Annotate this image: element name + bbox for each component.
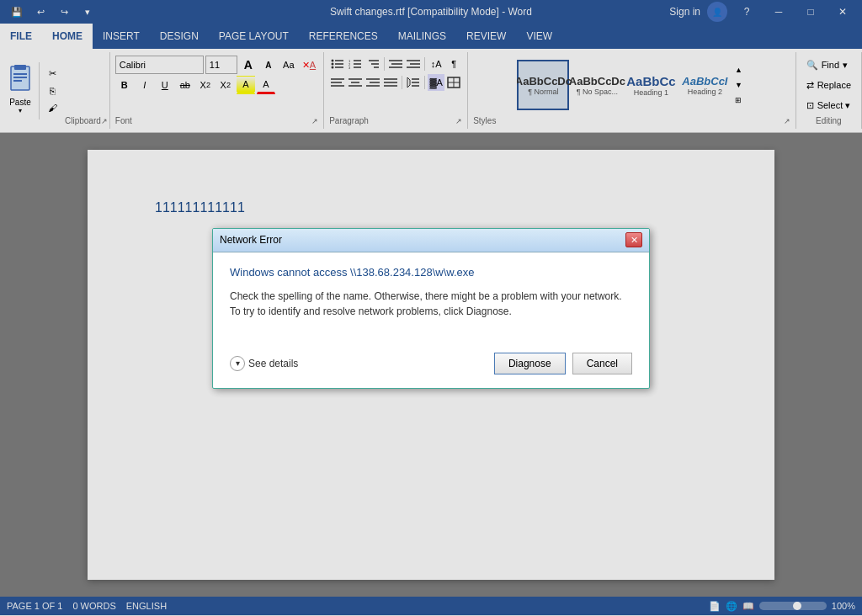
- network-error-dialog: Network Error ✕ Windows cannot access \\…: [212, 228, 650, 389]
- dialog-body: Windows cannot access \\138.68.234.128\w…: [213, 252, 649, 346]
- dialog-titlebar: Network Error ✕: [213, 229, 649, 252]
- see-details-icon: ▾: [230, 356, 245, 371]
- see-details-label: See details: [248, 358, 298, 369]
- dialog-title: Network Error: [220, 234, 282, 246]
- dialog-error-title: Windows cannot access \\138.68.234.128\w…: [230, 266, 632, 279]
- dialog-footer: ▾ See details Diagnose Cancel: [213, 346, 649, 388]
- see-details-toggle[interactable]: ▾ See details: [230, 356, 298, 371]
- cancel-button[interactable]: Cancel: [572, 353, 632, 374]
- diagnose-button[interactable]: Diagnose: [494, 353, 566, 374]
- dialog-buttons: Diagnose Cancel: [494, 353, 632, 374]
- dialog-error-body: Check the spelling of the name. Otherwis…: [230, 289, 632, 319]
- modal-overlay: Network Error ✕ Windows cannot access \\…: [0, 0, 862, 616]
- dialog-close-button[interactable]: ✕: [625, 232, 642, 247]
